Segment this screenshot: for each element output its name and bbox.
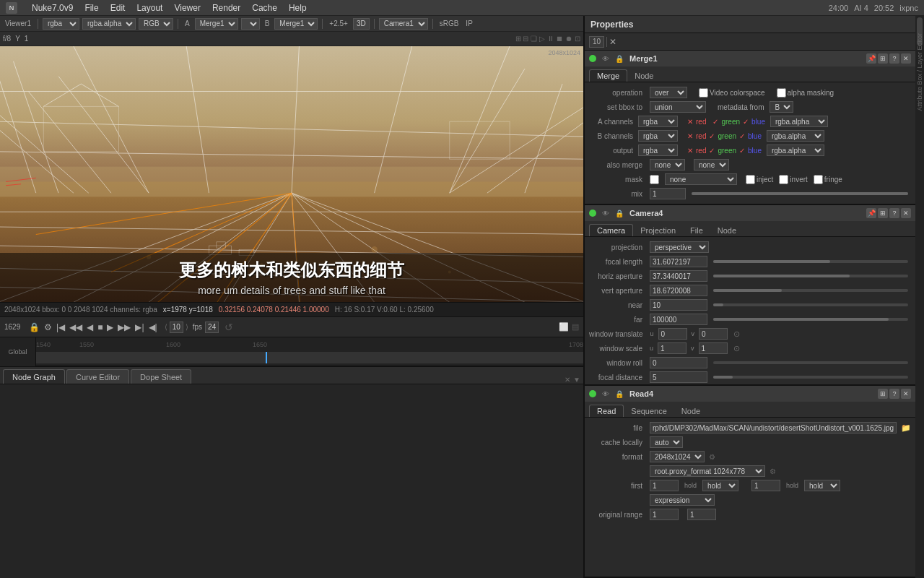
horiz-slider[interactable] <box>713 275 908 277</box>
camera-tab-file[interactable]: File <box>683 225 710 236</box>
orig-last-input[interactable] <box>687 509 716 520</box>
b-alpha-select[interactable]: rgba.alpha <box>767 130 824 142</box>
a-channels-select[interactable]: rgba <box>638 116 678 127</box>
menu-cache[interactable]: Cache <box>252 3 277 13</box>
proxy-format-select[interactable]: root.proxy_format 1024x778 <box>650 465 765 477</box>
channel-select-rgb[interactable]: RGBRGBA <box>139 18 173 30</box>
menu-edit[interactable]: Edit <box>110 3 126 13</box>
merge-lock-icon[interactable]: 🔒 <box>615 55 624 63</box>
out-alpha-select[interactable]: rgba.alpha <box>767 144 824 156</box>
invert-check[interactable] <box>779 175 788 184</box>
shuffle-btn[interactable]: ⚙ <box>43 322 53 332</box>
read-tab-node[interactable]: Node <box>674 405 707 417</box>
video-colorspace-check[interactable] <box>699 88 708 98</box>
focal-dist-slider[interactable] <box>713 376 908 379</box>
a-node-select[interactable]: Merge1 <box>195 18 238 30</box>
merge-close-btn[interactable]: ✕ <box>901 53 911 64</box>
mix-input[interactable] <box>650 188 686 199</box>
menu-nuke[interactable]: Nuke7.0v9 <box>32 3 73 13</box>
camera-close-btn[interactable]: ✕ <box>901 208 911 218</box>
file-input[interactable] <box>650 422 897 434</box>
fps-input[interactable]: 24 <box>205 322 219 333</box>
camera-lock-icon[interactable]: 🔒 <box>615 210 624 217</box>
inject-check[interactable] <box>746 175 755 184</box>
b-node-select[interactable]: Merge1 <box>274 18 318 30</box>
first-input[interactable] <box>650 480 679 491</box>
merge-help-btn[interactable]: ? <box>889 53 899 64</box>
camera-tab-camera[interactable]: Camera <box>589 224 633 236</box>
loop-icon[interactable]: ↺ <box>225 322 233 333</box>
read-help-btn[interactable]: ? <box>889 389 899 399</box>
win-trans-anim-btn[interactable]: ⊙ <box>733 329 740 339</box>
far-slider[interactable] <box>713 318 908 321</box>
also-merge-select1[interactable]: none <box>650 159 685 171</box>
win-scale-u-input[interactable] <box>658 342 687 354</box>
merge-tab-merge[interactable]: Merge <box>589 69 627 82</box>
camera-expand-btn[interactable]: ⊞ <box>878 208 888 218</box>
tab-node-graph[interactable]: Node Graph <box>3 369 65 384</box>
near-slider[interactable] <box>713 303 908 306</box>
a-pass-select[interactable] <box>241 18 260 30</box>
focal-dist-input[interactable] <box>650 371 707 383</box>
last-input[interactable] <box>751 480 780 491</box>
file-browse-btn[interactable]: 📁 <box>901 423 911 433</box>
viewer-options-icon[interactable]: ▤ <box>572 322 579 332</box>
far-input[interactable] <box>650 314 707 325</box>
step-back-icon[interactable]: ⟨ <box>165 323 167 331</box>
prop-10-btn[interactable]: 10 <box>589 36 604 48</box>
step-fwd-btn[interactable]: ▶▶ <box>116 322 132 332</box>
output-select[interactable]: rgba <box>638 144 678 156</box>
metadata-from-select[interactable]: BA <box>770 101 793 113</box>
focal-length-input[interactable] <box>650 256 707 267</box>
menu-help[interactable]: Help <box>289 3 307 13</box>
timeline-area[interactable]: Global 1540 1550 1600 1650 1708 <box>0 337 583 366</box>
operation-select[interactable]: overunderatop <box>650 87 687 98</box>
props-close-icon[interactable]: ✕ <box>609 37 616 47</box>
3d-btn[interactable]: 3D <box>353 18 370 30</box>
format-settings-btn[interactable]: ⚙ <box>709 453 715 461</box>
vert-ap-input[interactable] <box>650 285 707 296</box>
projection-select[interactable]: perspectiveorthographic <box>650 241 709 253</box>
b-channels-select[interactable]: rgba <box>638 130 678 142</box>
read-expand-btn[interactable]: ⊞ <box>878 389 888 399</box>
timeline-track[interactable] <box>36 352 583 363</box>
alpha-masking-check[interactable] <box>777 88 786 98</box>
prev-shot-btn[interactable]: ◀| <box>147 322 159 332</box>
format-select[interactable]: 2048x1024 <box>650 451 705 462</box>
horiz-ap-input[interactable] <box>650 270 707 282</box>
tab-dope-sheet[interactable]: Dope Sheet <box>131 369 191 384</box>
step-fwd-icon[interactable]: ⟩ <box>186 323 188 331</box>
merge-tab-node[interactable]: Node <box>627 70 661 82</box>
merge-expand-btn[interactable]: ⊞ <box>878 53 888 64</box>
win-roll-slider[interactable] <box>713 361 908 364</box>
camera-tab-node[interactable]: Node <box>710 225 744 236</box>
proxy-settings-btn[interactable]: ⚙ <box>770 467 776 475</box>
read-tab-sequence[interactable]: Sequence <box>624 405 674 417</box>
viewport[interactable]: 更多的树木和类似东西的细节 more um details of trees a… <box>0 46 583 302</box>
hold-last-select[interactable]: hold <box>804 480 840 491</box>
win-trans-u-input[interactable] <box>658 328 687 340</box>
win-roll-input[interactable] <box>650 357 707 368</box>
near-input[interactable] <box>650 299 707 311</box>
cache-locally-select[interactable]: autoonoff <box>650 436 683 448</box>
focal-slider[interactable] <box>713 260 908 263</box>
tab-curve-editor[interactable]: Curve Editor <box>66 369 129 384</box>
ng-close-btn[interactable]: ✕ <box>565 376 570 384</box>
step-back-btn[interactable]: ◀ <box>85 322 95 332</box>
also-merge-select2[interactable]: none <box>694 159 729 171</box>
frame-mode-select[interactable]: expression <box>650 494 715 506</box>
mix-slider[interactable] <box>692 192 908 195</box>
node-graph-canvas[interactable]: Viewer1 ReadGeo ReadGeo1... <box>0 384 583 578</box>
read-tab-read[interactable]: Read <box>589 405 624 417</box>
a-alpha-select[interactable]: rgba.alpha <box>770 116 828 127</box>
bbox-select[interactable]: unionintersection <box>650 101 706 113</box>
play-btn[interactable]: ▶ <box>105 322 115 332</box>
merge-eye-icon[interactable]: 👁 <box>602 55 609 63</box>
camera-tab-projection[interactable]: Projection <box>633 225 683 236</box>
prev-frame-btn[interactable]: ◀◀ <box>68 322 84 332</box>
read-eye-icon[interactable]: 👁 <box>602 390 609 398</box>
channel-select-rgba[interactable]: rgbargbalpha <box>43 18 79 30</box>
vert-slider[interactable] <box>713 289 908 292</box>
channel-select-alpha[interactable]: rgba.alphanone <box>82 18 136 30</box>
frame-step-input[interactable]: 10 <box>170 322 183 333</box>
